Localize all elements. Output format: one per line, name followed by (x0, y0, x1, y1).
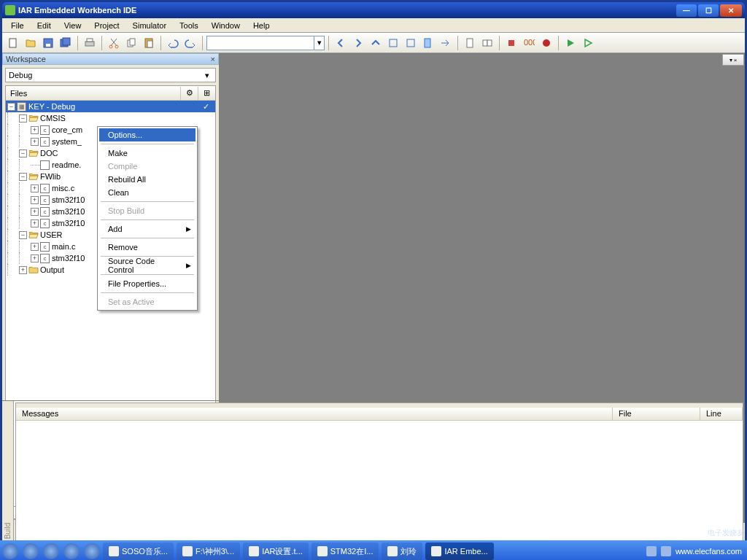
expand-icon[interactable]: + (31, 219, 39, 228)
quicklaunch-icon[interactable] (62, 542, 81, 560)
expand-icon[interactable]: + (31, 208, 39, 216)
menu-bar: File Edit View Project Simulator Tools W… (2, 18, 745, 33)
bookmark-next-icon[interactable] (385, 35, 401, 51)
close-button[interactable]: ✕ (720, 4, 742, 17)
config-dropdown[interactable]: Debug ▾ (5, 68, 216, 82)
messages-content[interactable] (16, 421, 743, 541)
svg-rect-12 (147, 41, 152, 47)
taskbar-button[interactable]: IAR Embe... (425, 542, 493, 560)
cut-icon[interactable] (106, 35, 122, 51)
quicklaunch-icon[interactable] (21, 542, 40, 560)
tree-row[interactable]: −CMSIS (6, 112, 215, 124)
task-icon (387, 546, 398, 556)
print-icon[interactable] (82, 35, 98, 51)
ctx-options-[interactable]: Options... (99, 128, 196, 141)
ctx-file-properties-[interactable]: File Properties... (99, 277, 196, 290)
expand-icon[interactable]: − (19, 114, 27, 122)
expand-icon[interactable]: − (19, 231, 27, 239)
expand-icon[interactable]: + (31, 138, 39, 146)
paste-icon[interactable] (141, 35, 157, 51)
line-col[interactable]: Line (700, 408, 743, 420)
svg-rect-6 (87, 39, 93, 42)
nav-back-icon[interactable] (333, 35, 349, 51)
task-label: STM32在I... (330, 546, 374, 557)
ctx-remove[interactable]: Remove (99, 241, 196, 254)
menu-file[interactable]: File (5, 20, 30, 31)
expand-icon[interactable]: − (19, 173, 27, 181)
toggle-breakpoint-icon[interactable] (538, 35, 554, 51)
stop-build-icon[interactable] (503, 35, 519, 51)
task-icon (182, 546, 193, 556)
ctx-clean[interactable]: Clean (99, 186, 196, 199)
menu-simulator[interactable]: Simulator (127, 20, 172, 31)
menu-window[interactable]: Window (206, 20, 246, 31)
file-col[interactable]: File (613, 408, 700, 420)
debug-nodownload-icon[interactable] (580, 35, 596, 51)
menu-view[interactable]: View (58, 20, 88, 31)
header-btn1-icon[interactable]: ⚙ (180, 87, 198, 100)
ctx-rebuild-all[interactable]: Rebuild All (99, 173, 196, 186)
menu-tools[interactable]: Tools (174, 20, 204, 31)
expand-icon[interactable]: − (7, 103, 15, 111)
taskbar-button[interactable]: IAR设置.t... (243, 542, 309, 560)
redo-icon[interactable] (182, 35, 198, 51)
taskbar-button[interactable]: 刘玲 (382, 542, 422, 560)
expand-icon[interactable]: + (19, 266, 27, 274)
expand-icon[interactable]: + (31, 184, 39, 192)
taskbar-button[interactable]: STM32在I... (311, 542, 379, 560)
taskbar-button[interactable]: SOSO音乐... (103, 542, 174, 560)
menu-edit[interactable]: Edit (31, 20, 57, 31)
system-tray[interactable]: www.elecfans.com (646, 546, 746, 556)
toolbar: ▾ 000 (2, 33, 745, 53)
bookmark-toggle-icon[interactable] (420, 35, 436, 51)
nav-forward-icon[interactable] (350, 35, 366, 51)
quicklaunch-icon[interactable] (42, 542, 61, 560)
debug-icon[interactable] (562, 35, 578, 51)
batch-build-icon[interactable]: 000 (521, 35, 537, 51)
expand-icon[interactable]: + (31, 243, 39, 251)
editor-close-strip[interactable]: ▾ × (722, 54, 744, 66)
quick-find[interactable]: ▾ (206, 36, 325, 50)
header-btn2-icon[interactable]: ⊞ (198, 87, 215, 100)
svg-rect-17 (483, 40, 487, 46)
ctx-add[interactable]: Add▶ (99, 222, 196, 236)
title-bar: IAR Embedded Workbench IDE — ☐ ✕ (2, 2, 745, 18)
tray-icon[interactable] (661, 546, 671, 556)
maximize-button[interactable]: ☐ (698, 4, 719, 17)
expand-icon[interactable]: + (31, 254, 39, 262)
taskbar-button[interactable]: F:\神州3\... (177, 542, 240, 560)
svg-rect-14 (407, 39, 414, 47)
open-icon[interactable] (23, 35, 39, 51)
menu-help[interactable]: Help (247, 20, 276, 31)
ctx-source-code-control[interactable]: Source Code Control▶ (99, 259, 196, 272)
expand-icon[interactable]: + (31, 196, 39, 204)
save-icon[interactable] (40, 35, 56, 51)
chevron-down-icon[interactable]: ▾ (314, 36, 324, 50)
quicklaunch-icon[interactable] (82, 542, 101, 560)
app-icon (5, 5, 15, 15)
task-icon (431, 546, 441, 556)
tray-icon[interactable] (646, 546, 657, 556)
nav-up-icon[interactable] (368, 35, 384, 51)
tree-row-selected[interactable]: −▦KEY - Debug✓ (6, 101, 215, 112)
menu-project[interactable]: Project (88, 20, 125, 31)
minimize-button[interactable]: — (676, 4, 697, 17)
goto-icon[interactable] (438, 35, 454, 51)
expand-icon[interactable]: − (19, 149, 27, 158)
close-panel-icon[interactable]: × (211, 55, 215, 63)
tree-label: CMSIS (40, 114, 66, 122)
save-all-icon[interactable] (58, 35, 74, 51)
bookmark-prev-icon[interactable] (403, 35, 419, 51)
new-file-icon[interactable] (5, 35, 21, 51)
quicklaunch-icon[interactable] (1, 542, 20, 560)
expand-icon[interactable]: + (31, 126, 39, 134)
compile-icon[interactable] (462, 35, 478, 51)
quick-find-input[interactable] (207, 36, 314, 50)
svg-rect-15 (425, 39, 430, 47)
undo-icon[interactable] (165, 35, 181, 51)
copy-icon[interactable] (123, 35, 139, 51)
make-icon[interactable] (479, 35, 495, 51)
chevron-down-icon[interactable]: ▾ (202, 71, 212, 80)
ctx-make[interactable]: Make (99, 147, 196, 160)
messages-col[interactable]: Messages (16, 408, 613, 420)
